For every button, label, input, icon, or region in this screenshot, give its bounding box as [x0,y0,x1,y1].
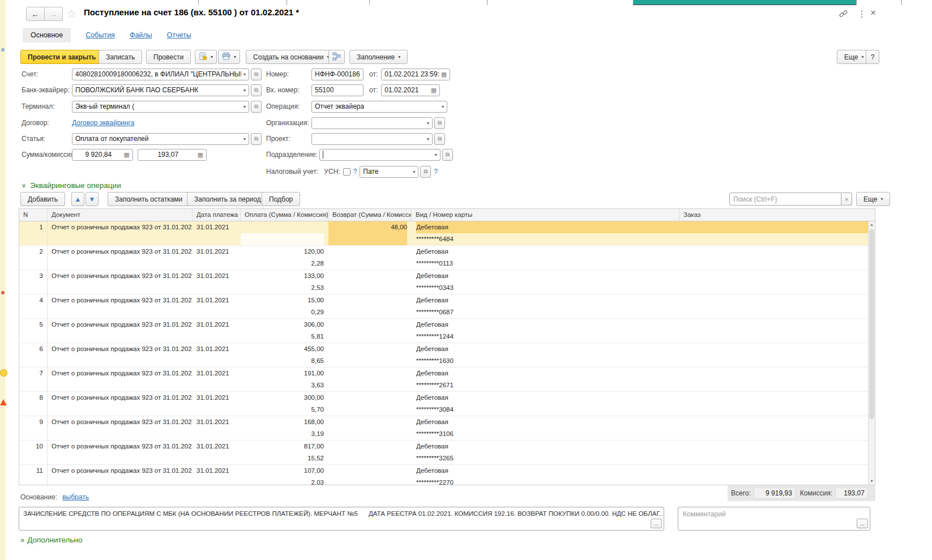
table-row[interactable]: 1Отчет о розничных продажах 923 от 31.01… [19,221,869,246]
table-row[interactable]: 9Отчет о розничных продажах 923 от 31.01… [19,416,869,441]
bank-open-button[interactable]: ⧉ [251,84,262,96]
column-header-document[interactable]: Документ [48,209,193,221]
article-open-button[interactable]: ⧉ [251,133,262,145]
comment-expand-button[interactable]: ... [857,519,868,528]
calculator-icon[interactable]: ▦ [195,151,203,159]
create-based-on-button[interactable]: Создать на основании▾ [246,50,337,64]
terminal-field[interactable]: Экв-ый терминал ( ▾ [72,101,249,113]
account-field[interactable]: 40802810009180006232, в ФИЛИАЛ "ЦЕНТРАЛЬ… [72,69,249,80]
favorite-star-icon[interactable]: ☆ [67,7,76,20]
project-open-button[interactable]: ⧉ [434,133,445,145]
post-button[interactable]: Провести [146,50,191,64]
column-header-n[interactable]: N [19,209,48,221]
table-row[interactable]: 5Отчет о розничных продажах 923 от 31.01… [19,319,869,343]
article-field[interactable]: Оплата от покупателей ▾ [72,133,249,145]
calculator-icon[interactable]: ▦ [122,151,130,159]
cell-return [328,246,412,270]
fill-button[interactable]: Заполнение▾ [349,50,408,64]
column-header-order[interactable]: Заказ [679,209,875,221]
dropdown-icon[interactable]: ▾ [425,136,429,142]
table-row[interactable]: 7Отчет о розничных продажах 923 от 31.01… [19,367,869,392]
dropdown-icon[interactable]: ▾ [439,104,444,109]
bank-field[interactable]: ПОВОЛЖСКИЙ БАНК ПАО СБЕРБАНК ▾ [72,84,249,96]
tab-main[interactable]: Основное [23,28,71,42]
fill-remainders-button[interactable]: Заполнить остатками [108,192,190,206]
dropdown-icon[interactable]: ▾ [411,169,415,174]
table-row[interactable]: 2Отчет о розничных продажах 923 от 31.01… [19,246,869,270]
dropdown-icon[interactable]: ▾ [241,88,246,93]
contract-link[interactable]: Договор эквайринга [72,119,134,127]
organization-open-button[interactable]: ⧉ [434,117,445,129]
commission-field[interactable]: 193,07 ▦ [138,149,207,161]
division-field[interactable]: ▾ [319,149,441,161]
move-down-button[interactable]: ▼ [85,192,99,206]
kebab-menu-icon[interactable]: ⋮ [857,8,866,19]
calendar-icon[interactable]: ▦ [429,87,437,94]
operation-field[interactable]: Отчет эквайера ▾ [311,101,447,113]
tab-reports[interactable]: Отчеты [167,31,191,39]
sum-field[interactable]: 9 920,84 ▦ [72,149,133,161]
search-input[interactable] [729,193,841,206]
additional-section[interactable]: » Дополнительно [20,536,82,544]
tax-mode-field[interactable]: Пате ▾ [360,166,418,178]
division-open-button[interactable]: ⧉ [442,149,453,161]
tax-help-link[interactable]: ? [434,168,438,176]
payment-purpose-field[interactable]: ЗАЧИСЛЕНИЕ СРЕДСТВ ПО ОПЕРАЦИЯМ С МБК (Н… [19,507,664,531]
move-up-button[interactable]: ▲ [71,192,84,206]
table-row[interactable]: 11Отчет о розничных продажах 923 от 31.0… [19,465,869,485]
incoming-date-field[interactable]: 01.02.2021 ▦ [381,84,440,96]
column-header-return[interactable]: Возврат (Сумма / Комиссия) [328,209,412,221]
terminal-open-button[interactable]: ⧉ [251,101,262,113]
comment-field[interactable]: Комментарий ... [678,507,870,531]
column-header-payment[interactable]: Оплата (Сумма / Комиссия) [241,209,328,221]
pick-button[interactable]: Подбор [262,192,300,206]
column-header-card[interactable]: Вид / Номер карты [412,209,679,221]
article-label: Статья: [22,135,72,143]
save-button[interactable]: Записать [99,50,142,64]
dropdown-icon[interactable]: ▾ [425,121,429,126]
scroll-up-icon[interactable]: ▲ [869,221,875,228]
post-and-close-button[interactable]: Провести и закрыть [20,50,103,64]
dropdown-icon[interactable]: ▾ [241,72,246,77]
get-link-icon[interactable] [839,10,848,20]
calendar-icon[interactable]: ▦ [439,71,447,78]
table-row[interactable]: 3Отчет о розничных продажах 923 от 31.01… [19,270,869,294]
tab-events[interactable]: События [85,31,115,39]
organization-field[interactable]: ▾ [311,117,433,129]
back-button[interactable]: ← [26,7,45,21]
table-row[interactable]: 6Отчет о розничных продажах 923 от 31.01… [19,343,869,367]
print-button[interactable]: ▾ [218,50,240,64]
add-row-button[interactable]: Добавить [20,192,65,206]
acquiring-operations-section[interactable]: ∨ Эквайринговые операции [22,181,121,190]
dropdown-icon[interactable]: ▾ [241,136,246,142]
table-more-button[interactable]: Еще▾ [856,192,890,206]
number-field[interactable]: НФНФ-000186 [311,69,364,80]
usn-help-link[interactable]: ? [353,168,357,176]
basis-select-link[interactable]: выбрать [62,493,89,501]
column-header-date[interactable]: Дата платежа [193,209,241,221]
comment-placeholder: Комментарий [683,510,726,518]
dropdown-icon[interactable]: ▾ [433,152,437,157]
fill-for-period-button[interactable]: Заполнить за период [187,192,268,206]
document-movements-button[interactable]: ▾ [195,50,217,64]
scroll-down-icon[interactable]: ▼ [869,478,875,485]
table-scrollbar[interactable]: ▲ ▼ [868,221,875,485]
related-documents-button[interactable] [328,50,345,64]
date-field[interactable]: 01.02.2021 23:59:59 ▦ [381,69,450,80]
account-open-button[interactable]: ⧉ [251,69,262,80]
incoming-number-field[interactable]: 55100 [311,84,364,96]
dropdown-icon[interactable]: ▾ [241,104,246,109]
table-row[interactable]: 4Отчет о розничных продажах 923 от 31.01… [19,294,869,319]
purpose-expand-button[interactable]: ... [651,519,662,528]
table-row[interactable]: 8Отчет о розничных продажах 923 от 31.01… [19,392,869,416]
usn-checkbox[interactable] [343,168,350,176]
project-field[interactable]: ▾ [311,133,433,145]
forward-button[interactable]: → [45,7,63,21]
tax-mode-open-button[interactable]: ⧉ [420,166,431,178]
scrollbar-thumb[interactable] [869,229,874,419]
table-row[interactable]: 10Отчет о розничных продажах 923 от 31.0… [19,441,869,465]
tab-files[interactable]: Файлы [130,31,152,39]
help-button[interactable]: ? [866,50,879,64]
clear-search-icon[interactable]: × [841,193,852,206]
close-icon[interactable]: × [870,7,876,19]
